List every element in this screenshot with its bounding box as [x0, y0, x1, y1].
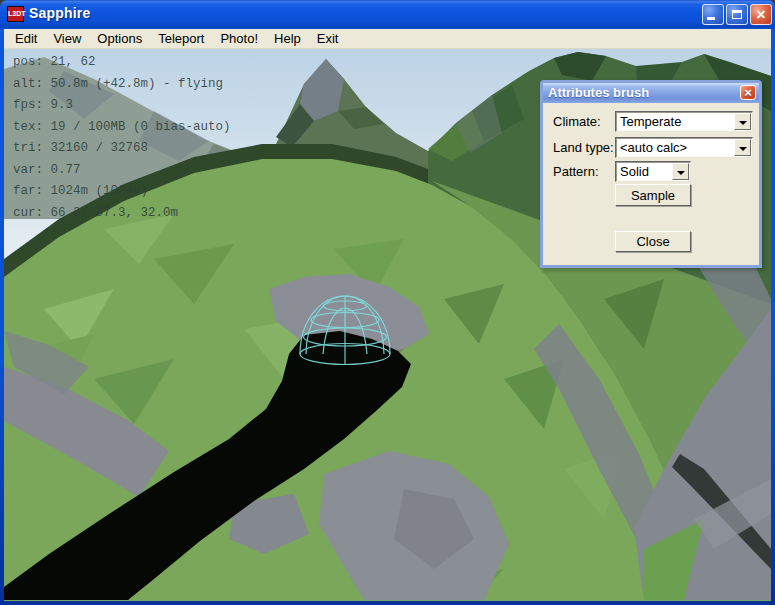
menu-bar: Edit View Options Teleport Photo! Help E…: [4, 29, 771, 49]
chevron-down-icon: [739, 147, 747, 151]
land-type-select[interactable]: <auto calc>: [615, 137, 753, 158]
menu-item-teleport[interactable]: Teleport: [150, 29, 212, 48]
chevron-down-icon: [739, 121, 747, 125]
land-type-dropdown-button[interactable]: [734, 139, 751, 156]
climate-dropdown-button[interactable]: [734, 113, 751, 130]
app-window: L3DT Sapphire Edit View Options Teleport…: [0, 0, 775, 605]
sample-button[interactable]: Sample: [615, 184, 691, 206]
hud-line: tex: 19 / 100MB (0 bias-auto): [13, 117, 231, 139]
window-title: Sapphire: [29, 5, 91, 21]
dialog-title-bar[interactable]: Attributes brush: [543, 83, 759, 103]
menu-item-options[interactable]: Options: [89, 29, 150, 48]
menu-item-help[interactable]: Help: [266, 29, 309, 48]
menu-item-photo[interactable]: Photo!: [212, 29, 266, 48]
pattern-label: Pattern:: [553, 164, 599, 179]
pattern-value: Solid: [620, 164, 649, 179]
chevron-down-icon: [677, 171, 685, 175]
minimize-icon: [707, 17, 715, 20]
minimize-button[interactable]: [702, 4, 724, 25]
land-type-label: Land type:: [553, 140, 614, 155]
hud-line: far: 1024m (1024v): [13, 181, 231, 203]
close-button[interactable]: [750, 4, 772, 25]
dialog-close-action-button[interactable]: Close: [615, 231, 691, 252]
pattern-dropdown-button[interactable]: [672, 163, 689, 180]
window-controls: [702, 4, 772, 25]
climate-select[interactable]: Temperate: [615, 111, 753, 132]
app-logo-icon: L3DT: [7, 6, 24, 22]
menu-item-edit[interactable]: Edit: [7, 29, 45, 48]
hud-line: var: 0.77: [13, 160, 231, 182]
land-type-value: <auto calc>: [620, 140, 687, 155]
dialog-close-button[interactable]: [740, 85, 756, 100]
viewport-3d[interactable]: pos: 21, 62 alt: 50.8m (+42.8m) - flying…: [4, 49, 771, 601]
pattern-select[interactable]: Solid: [615, 161, 691, 182]
hud-line: alt: 50.8m (+42.8m) - flying: [13, 74, 231, 96]
hud-line: cur: 66.3, 87.3, 32.0m: [13, 203, 231, 225]
hud-line: tri: 32160 / 32768: [13, 138, 231, 160]
menu-item-exit[interactable]: Exit: [309, 29, 347, 48]
climate-label: Climate:: [553, 114, 601, 129]
hud-line: pos: 21, 62: [13, 52, 231, 74]
dialog-title: Attributes brush: [548, 85, 649, 100]
dialog-body: Climate: Temperate Land type: <auto calc…: [543, 103, 759, 265]
menu-item-view[interactable]: View: [45, 29, 89, 48]
maximize-icon: [732, 10, 742, 19]
title-bar[interactable]: L3DT Sapphire: [0, 0, 775, 29]
hud-line: fps: 9.3: [13, 95, 231, 117]
maximize-button[interactable]: [726, 4, 748, 25]
climate-value: Temperate: [620, 114, 681, 129]
attributes-brush-dialog: Attributes brush Climate: Temperate Land…: [540, 80, 762, 268]
hud-overlay: pos: 21, 62 alt: 50.8m (+42.8m) - flying…: [13, 52, 231, 224]
